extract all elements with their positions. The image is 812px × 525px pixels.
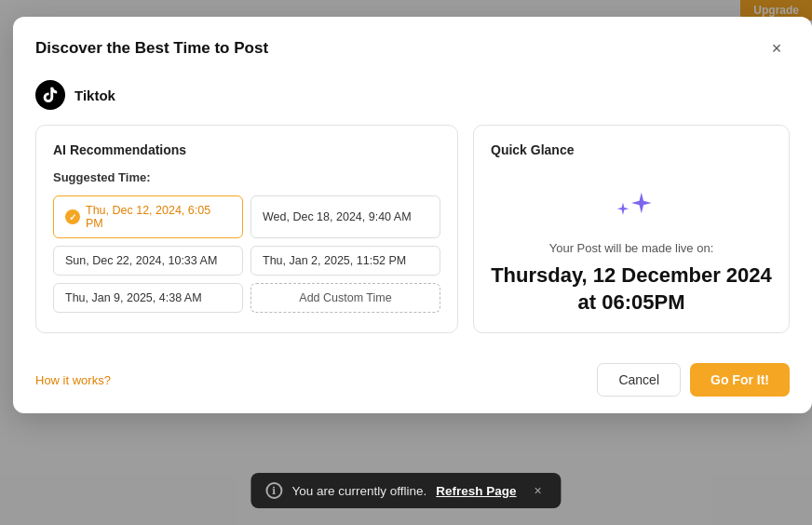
time-slot-3[interactable]: Sun, Dec 22, 2024, 10:33 AM (53, 246, 243, 276)
live-label: Your Post will be made live on: (549, 241, 714, 255)
banner-close-button[interactable]: × (530, 482, 547, 499)
time-slot-2[interactable]: Wed, Dec 18, 2024, 9:40 AM (250, 195, 440, 238)
platform-name: Tiktok (74, 88, 115, 103)
sparkles-icon (606, 185, 656, 228)
refresh-page-link[interactable]: Refresh Page (436, 484, 516, 498)
platform-row: Tiktok (13, 76, 812, 125)
offline-message: You are currently offline. (291, 484, 426, 498)
live-date: Thursday, 12 December 2024 at 06:05PM (491, 262, 772, 316)
go-for-it-button[interactable]: Go For It! (690, 363, 790, 397)
modal-dialog: Discover the Best Time to Post × Tiktok … (13, 17, 812, 413)
footer-buttons: Cancel Go For It! (597, 363, 790, 397)
add-custom-time-button[interactable]: Add Custom Time (250, 283, 440, 313)
tiktok-icon (35, 80, 65, 110)
time-slot-5[interactable]: Thu, Jan 9, 2025, 4:38 AM (53, 283, 243, 313)
how-it-works-link[interactable]: How it works? (35, 373, 111, 387)
time-slot-3-label: Sun, Dec 22, 2024, 10:33 AM (65, 254, 217, 267)
time-slot-2-label: Wed, Dec 18, 2024, 9:40 AM (263, 210, 412, 223)
live-date-line2: at 06:05PM (578, 290, 685, 314)
modal-footer: How it works? Cancel Go For It! (13, 352, 812, 413)
close-icon: × (772, 39, 782, 59)
quick-panel-title: Quick Glance (491, 142, 574, 157)
time-slot-1[interactable]: Thu, Dec 12, 2024, 6:05 PM (53, 195, 243, 238)
time-slot-4-label: Thu, Jan 2, 2025, 11:52 PM (263, 254, 406, 267)
suggested-label: Suggested Time: (53, 170, 440, 184)
modal-title: Discover the Best Time to Post (35, 39, 268, 58)
selected-checkmark (65, 209, 80, 224)
ai-panel-title: AI Recommendations (53, 142, 440, 157)
modal-body: AI Recommendations Suggested Time: Thu, … (13, 125, 812, 352)
quick-panel: Quick Glance Your Post will be made live… (473, 125, 790, 333)
time-slot-4[interactable]: Thu, Jan 2, 2025, 11:52 PM (250, 246, 440, 276)
live-date-line1: Thursday, 12 December 2024 (491, 263, 772, 287)
modal-header: Discover the Best Time to Post × (13, 17, 812, 76)
ai-panel: AI Recommendations Suggested Time: Thu, … (35, 125, 458, 333)
offline-banner: ℹ You are currently offline. Refresh Pag… (250, 473, 561, 508)
time-grid: Thu, Dec 12, 2024, 6:05 PM Wed, Dec 18, … (53, 195, 440, 313)
info-icon: ℹ (265, 482, 282, 499)
close-button[interactable]: × (764, 35, 790, 61)
sparkles-container (606, 185, 656, 228)
time-slot-5-label: Thu, Jan 9, 2025, 4:38 AM (65, 291, 202, 304)
cancel-button[interactable]: Cancel (597, 363, 681, 397)
add-custom-label: Add Custom Time (299, 291, 391, 304)
time-slot-1-label: Thu, Dec 12, 2024, 6:05 PM (86, 204, 231, 230)
